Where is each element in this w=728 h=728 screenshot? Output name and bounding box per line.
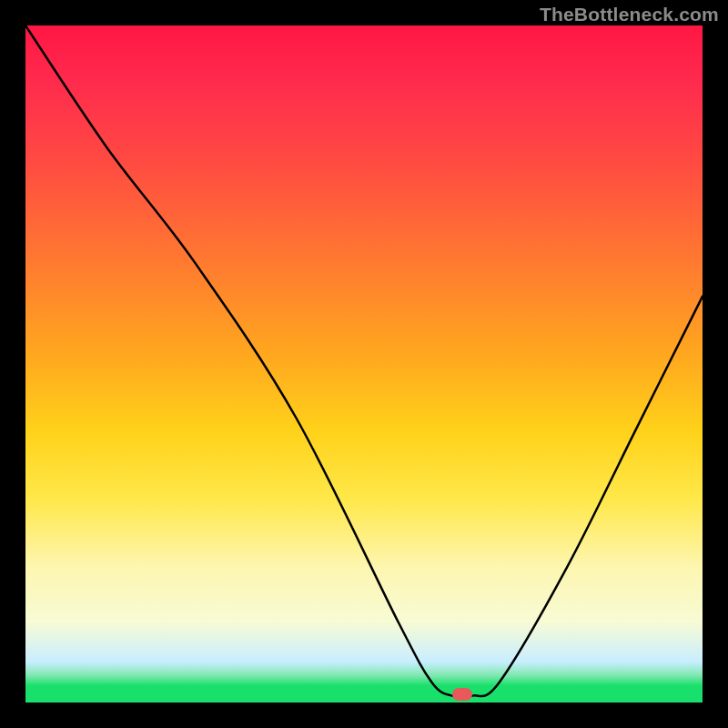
curve-path xyxy=(25,25,703,697)
bottleneck-curve xyxy=(25,25,703,703)
chart-container: TheBottleneck.com xyxy=(0,0,728,728)
plot-area xyxy=(25,25,703,703)
watermark-text: TheBottleneck.com xyxy=(540,4,719,25)
optimal-marker xyxy=(452,688,472,701)
